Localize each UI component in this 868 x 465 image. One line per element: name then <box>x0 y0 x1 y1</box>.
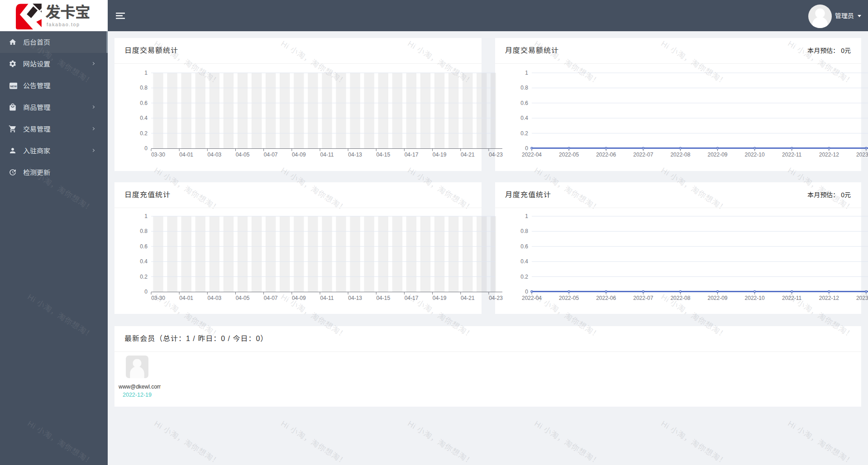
svg-text:NEW: NEW <box>10 85 17 88</box>
